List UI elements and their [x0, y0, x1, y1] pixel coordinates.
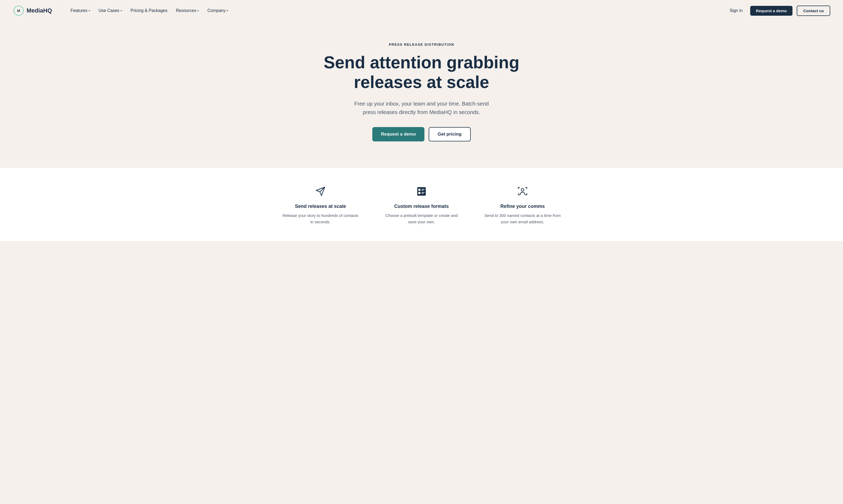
feature-formats: Custom release formats Choose a prebuilt… [371, 184, 472, 225]
logo[interactable]: M MediaHQ [13, 5, 52, 17]
chevron-down-icon: ▾ [227, 9, 228, 13]
feature-send-desc: Release your story to hundreds of contac… [281, 212, 360, 225]
nav-resources[interactable]: Resources ▾ [172, 6, 203, 15]
svg-rect-7 [421, 192, 425, 193]
hero-eyebrow: PRESS RELEASE DISTRIBUTION [11, 42, 832, 47]
request-demo-button[interactable]: Request a demo [750, 6, 793, 16]
svg-rect-5 [421, 190, 424, 191]
nav-company[interactable]: Company ▾ [204, 6, 232, 15]
nav-pricing[interactable]: Pricing & Packages [127, 6, 171, 15]
feature-comms-title: Refine your comms [483, 204, 562, 209]
signin-button[interactable]: Sign in [726, 6, 746, 15]
feature-formats-desc: Choose a prebuilt template or create and… [382, 212, 461, 225]
hero-subtitle: Free up your inbox, your team and your t… [352, 100, 491, 116]
svg-rect-8 [421, 193, 424, 194]
chevron-down-icon: ▾ [89, 9, 90, 13]
hero-title: Send attention grabbing releases at scal… [320, 53, 523, 92]
feature-formats-title: Custom release formats [382, 204, 461, 209]
nav-actions: Sign in Request a demo Contact us [726, 5, 830, 16]
feature-comms: Refine your comms Send to 300 named cont… [472, 184, 573, 225]
svg-rect-2 [417, 187, 426, 196]
template-icon [382, 184, 461, 199]
feature-comms-desc: Send to 300 named contacts at a time fro… [483, 212, 562, 225]
contact-us-button[interactable]: Contact us [797, 5, 830, 16]
hero-get-pricing-button[interactable]: Get pricing [429, 127, 471, 141]
hero-request-demo-button[interactable]: Request a demo [372, 127, 424, 141]
send-icon [281, 184, 360, 199]
chevron-down-icon: ▾ [121, 9, 122, 13]
svg-rect-4 [421, 189, 425, 190]
nav-links: Features ▾ Use Cases ▾ Pricing & Package… [67, 6, 718, 15]
hero-buttons: Request a demo Get pricing [11, 127, 832, 141]
svg-rect-6 [418, 192, 420, 194]
target-icon [483, 184, 562, 199]
svg-text:M: M [17, 9, 20, 13]
logo-text: MediaHQ [27, 7, 52, 14]
svg-rect-3 [418, 189, 420, 191]
chevron-down-icon: ▾ [197, 9, 199, 13]
feature-send: Send releases at scale Release your stor… [270, 184, 371, 225]
navbar: M MediaHQ Features ▾ Use Cases ▾ Pricing… [0, 0, 843, 21]
feature-send-title: Send releases at scale [281, 204, 360, 209]
nav-features[interactable]: Features ▾ [67, 6, 93, 15]
hero-section: PRESS RELEASE DISTRIBUTION Send attentio… [0, 21, 843, 168]
features-section: Send releases at scale Release your stor… [0, 168, 843, 241]
nav-use-cases[interactable]: Use Cases ▾ [95, 6, 126, 15]
svg-point-9 [521, 188, 524, 191]
